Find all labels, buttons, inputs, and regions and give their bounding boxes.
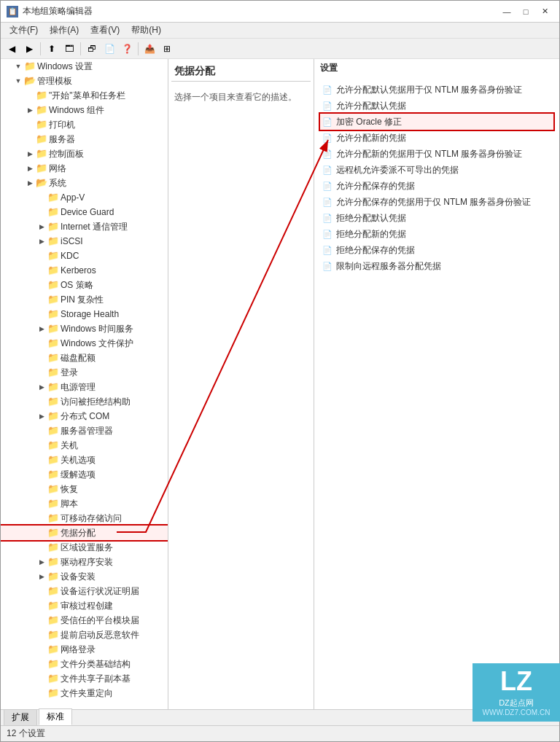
close-button[interactable]: ✕: [536, 4, 553, 19]
setting-item[interactable]: 📄允许分配保存的凭据: [320, 178, 553, 194]
tree-item[interactable]: ▶📁Windows 时间服务: [1, 321, 168, 336]
tree-item[interactable]: 📁设备运行状况证明届: [1, 584, 168, 598]
tree-item[interactable]: 📁提前启动反恶意软件: [1, 628, 168, 642]
tree-item[interactable]: 📁Device Guard: [1, 205, 168, 219]
tree-item[interactable]: 📁可移动存储访问: [1, 511, 168, 526]
tree-item[interactable]: 📁文件共享子副本基: [1, 671, 168, 686]
tree-item[interactable]: 📁"开始"菜单和任务栏: [1, 88, 168, 103]
tree-item[interactable]: ▶📁驱动程序安装: [1, 555, 168, 569]
tree-expand-spacer: [36, 687, 47, 699]
tree-item[interactable]: 📁OS 策略: [1, 278, 168, 292]
tree-item[interactable]: ▶📁网络: [1, 161, 168, 176]
tree-item[interactable]: 📁Windows 文件保护: [1, 336, 168, 351]
status-bar: 12 个设置: [1, 725, 559, 741]
tree-item[interactable]: 📁Storage Health: [1, 307, 168, 321]
setting-item[interactable]: 📄远程机允许委派不可导出的凭据: [320, 162, 553, 178]
maximize-button[interactable]: □: [517, 4, 534, 19]
tree-expand-spacer: [36, 367, 47, 378]
tree-expand-icon[interactable]: ▶: [36, 323, 47, 335]
tree-item[interactable]: 📁凭据分配: [1, 526, 168, 540]
setting-item[interactable]: 📄限制向远程服务器分配凭据: [320, 258, 553, 274]
tree-panel[interactable]: ▼📁Windows 设置▼📂管理模板📁"开始"菜单和任务栏▶📁Windows 组…: [1, 59, 168, 709]
properties-button[interactable]: 📄: [101, 41, 117, 57]
tree-item[interactable]: 📁文件夹重定向: [1, 686, 168, 700]
folder-icon: 📁: [36, 163, 47, 174]
filter-button[interactable]: ⊞: [159, 41, 175, 57]
menu-file[interactable]: 文件(F): [4, 23, 44, 38]
tree-item[interactable]: ▶📂系统: [1, 176, 168, 190]
setting-item[interactable]: 📄允许分配默认凭据用于仅 NTLM 服务器身份验证: [320, 82, 553, 98]
tree-item[interactable]: 📁服务器管理器: [1, 423, 168, 438]
minimize-button[interactable]: —: [498, 4, 516, 19]
tree-item[interactable]: 📁网络登录: [1, 642, 168, 657]
tree-expand-icon[interactable]: ▶: [24, 104, 36, 116]
tree-item[interactable]: 📁缓解选项: [1, 467, 168, 482]
tree-item[interactable]: 📁PIN 复杂性: [1, 292, 168, 307]
new-window-button[interactable]: 🗗: [84, 41, 100, 57]
tab-standard[interactable]: 标准: [39, 708, 72, 725]
tree-item[interactable]: 📁Kerberos: [1, 263, 168, 278]
tree-expand-icon[interactable]: ▼: [12, 60, 24, 72]
setting-item[interactable]: 📄加密 Oracle 修正: [320, 114, 553, 130]
menu-help[interactable]: 帮助(H): [125, 23, 167, 38]
tree-item[interactable]: ▶📁控制面板: [1, 147, 168, 161]
tab-expand[interactable]: 扩展: [4, 709, 37, 725]
up-button[interactable]: ⬆: [44, 41, 60, 57]
tree-expand-icon[interactable]: ▶: [24, 177, 36, 189]
tree-item[interactable]: ▼📂管理模板: [1, 74, 168, 88]
tree-item[interactable]: ▶📁设备安装: [1, 569, 168, 584]
tree-item[interactable]: 📁恢复: [1, 482, 168, 496]
tree-item[interactable]: 📁磁盘配额: [1, 351, 168, 365]
tree-item[interactable]: 📁登录: [1, 365, 168, 380]
tree-expand-spacer: [36, 600, 47, 612]
tree-item[interactable]: 📁脚本: [1, 496, 168, 511]
tree-expand-icon[interactable]: ▶: [36, 410, 47, 422]
tree-item[interactable]: 📁区域设置服务: [1, 540, 168, 555]
export-button[interactable]: 📤: [141, 41, 158, 57]
tree-item[interactable]: ▶📁电源管理: [1, 380, 168, 394]
setting-item[interactable]: 📄允许分配保存的凭据用于仅 NTLM 服务器身份验证: [320, 194, 553, 210]
tree-expand-icon[interactable]: ▼: [12, 75, 24, 87]
tree-expand-icon[interactable]: ▶: [24, 148, 36, 160]
setting-item[interactable]: 📄拒绝分配新的凭据: [320, 226, 553, 242]
tree-label: 访问被拒绝结构助: [61, 396, 131, 408]
tree-expand-icon[interactable]: ▶: [36, 556, 47, 568]
menu-action[interactable]: 操作(A): [44, 23, 85, 38]
tree-item[interactable]: 📁服务器: [1, 132, 168, 147]
tree-expand-icon[interactable]: ▶: [36, 381, 47, 393]
tree-item[interactable]: 📁App-V: [1, 190, 168, 205]
tree-expand-icon[interactable]: ▶: [24, 163, 36, 174]
tree-item[interactable]: ▶📁iSCSI: [1, 234, 168, 249]
setting-item[interactable]: 📄拒绝分配保存的凭据: [320, 242, 553, 258]
tree-expand-icon[interactable]: ▶: [36, 571, 47, 582]
back-button[interactable]: ◀: [4, 41, 20, 57]
forward-button[interactable]: ▶: [21, 41, 37, 57]
tree-expand-spacer: [36, 454, 47, 466]
tree-item[interactable]: 📁关机: [1, 438, 168, 453]
tree-item[interactable]: 📁受信任的平台模块届: [1, 613, 168, 628]
tree-item[interactable]: 📁文件分类基础结构: [1, 657, 168, 671]
tree-item[interactable]: 📁KDC: [1, 249, 168, 263]
folder-icon: 📁: [47, 571, 59, 582]
setting-item[interactable]: 📄允许分配新的凭据: [320, 130, 553, 146]
tree-item[interactable]: ▶📁Internet 通信管理: [1, 219, 168, 234]
setting-item[interactable]: 📄允许分配默认凭据: [320, 98, 553, 114]
tree-expand-icon[interactable]: ▶: [36, 221, 47, 233]
tree-item[interactable]: 📁打印机: [1, 117, 168, 132]
tree-item[interactable]: 📁访问被拒绝结构助: [1, 394, 168, 409]
setting-item[interactable]: 📄允许分配新的凭据用于仅 NTLM 服务器身份验证: [320, 146, 553, 162]
show-hide-button[interactable]: 🗔: [61, 41, 77, 57]
tree-expand-icon[interactable]: ▶: [36, 235, 47, 247]
menu-view[interactable]: 查看(V): [85, 23, 125, 38]
folder-icon: 📁: [47, 265, 59, 276]
tree-item[interactable]: ▼📁Windows 设置: [1, 59, 168, 74]
tree-item[interactable]: 📁关机选项: [1, 453, 168, 467]
setting-item[interactable]: 📄拒绝分配默认凭据: [320, 210, 553, 226]
tree-expand-spacer: [36, 206, 47, 218]
help2-button[interactable]: ❓: [119, 41, 135, 57]
tree-item[interactable]: ▶📁Windows 组件: [1, 103, 168, 117]
tree-item[interactable]: ▶📁分布式 COM: [1, 409, 168, 423]
tree-expand-spacer: [36, 352, 47, 364]
tree-item[interactable]: 📁审核过程创建: [1, 598, 168, 613]
tree-label: 服务器: [49, 133, 75, 146]
